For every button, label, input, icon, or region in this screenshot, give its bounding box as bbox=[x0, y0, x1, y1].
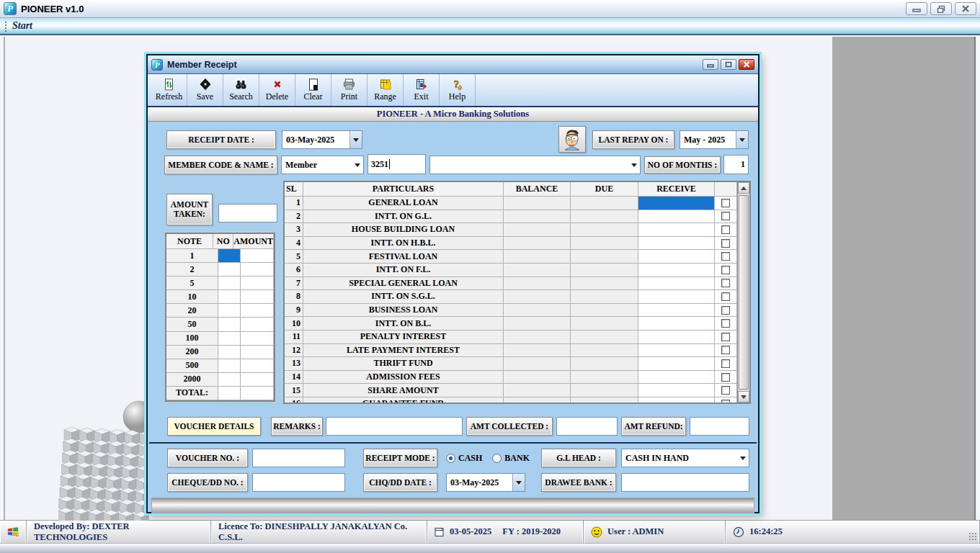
row-checkbox[interactable] bbox=[721, 359, 730, 368]
note-count-cell[interactable] bbox=[218, 276, 241, 290]
notes-row[interactable]: 500 bbox=[166, 359, 274, 373]
table-row[interactable]: 14ADMISSION FEES bbox=[285, 371, 737, 385]
member-name-dropdown-button[interactable] bbox=[628, 156, 640, 174]
dialog-close-button[interactable] bbox=[739, 59, 754, 70]
row-checkbox[interactable] bbox=[721, 292, 730, 301]
table-row[interactable]: 1GENERAL LOAN bbox=[285, 197, 737, 210]
chq-date-combo[interactable]: 03-May-2025 bbox=[446, 473, 525, 492]
resize-grip[interactable] bbox=[968, 532, 977, 541]
start-menu[interactable]: Start bbox=[12, 20, 32, 32]
note-amount-cell[interactable] bbox=[241, 346, 274, 359]
receive-cell[interactable] bbox=[638, 344, 715, 358]
row-checkbox[interactable] bbox=[721, 386, 730, 395]
note-count-cell[interactable] bbox=[218, 318, 241, 331]
member-type-dropdown-button[interactable] bbox=[351, 156, 363, 174]
table-row[interactable]: 10INTT. ON B.L. bbox=[285, 317, 737, 331]
amount-taken-input[interactable] bbox=[218, 204, 277, 222]
note-amount-cell[interactable] bbox=[241, 290, 274, 304]
note-count-cell[interactable] bbox=[218, 373, 241, 387]
minimize-button[interactable] bbox=[906, 2, 927, 15]
delete-button[interactable]: Delete bbox=[259, 74, 295, 106]
scroll-down-button[interactable] bbox=[738, 391, 749, 403]
row-checkbox[interactable] bbox=[721, 333, 730, 341]
receive-cell[interactable] bbox=[638, 210, 715, 224]
last-repay-dropdown-button[interactable] bbox=[736, 131, 748, 148]
table-row[interactable]: 5FESTIVAL LOAN bbox=[285, 250, 737, 264]
receive-cell[interactable] bbox=[638, 250, 715, 264]
exit-button[interactable]: Exit bbox=[404, 74, 440, 106]
notes-row[interactable]: 2 bbox=[166, 263, 274, 276]
note-count-cell[interactable] bbox=[218, 263, 241, 276]
note-amount-cell[interactable] bbox=[241, 318, 274, 331]
gl-head-dropdown-button[interactable] bbox=[736, 449, 749, 467]
note-amount-cell[interactable] bbox=[241, 332, 274, 346]
receipt-date-combo[interactable]: 03-May-2025 bbox=[282, 130, 362, 149]
receipt-date-dropdown-button[interactable] bbox=[349, 131, 362, 148]
receive-cell[interactable] bbox=[638, 384, 715, 397]
note-count-cell[interactable] bbox=[218, 359, 241, 373]
range-button[interactable]: Range bbox=[368, 74, 404, 106]
notes-row[interactable]: 1 bbox=[166, 249, 274, 263]
receive-cell[interactable] bbox=[638, 290, 715, 304]
notes-row[interactable]: TOTAL: bbox=[166, 387, 274, 400]
amt-refund-input[interactable] bbox=[690, 417, 749, 436]
notes-row[interactable]: 20 bbox=[166, 304, 274, 318]
bank-radio[interactable]: BANK bbox=[492, 453, 530, 464]
note-amount-cell[interactable] bbox=[241, 263, 274, 276]
table-row[interactable]: 2INTT. ON G.L. bbox=[285, 210, 737, 224]
row-checkbox[interactable] bbox=[721, 212, 730, 220]
row-checkbox[interactable] bbox=[721, 319, 730, 328]
save-button[interactable]: Save bbox=[187, 74, 223, 106]
table-row[interactable]: 3HOUSE BUILDING LOAN bbox=[285, 223, 737, 237]
note-amount-cell[interactable] bbox=[241, 359, 274, 373]
note-count-cell[interactable] bbox=[218, 346, 241, 359]
receive-cell[interactable] bbox=[638, 223, 715, 237]
note-amount-cell[interactable] bbox=[241, 387, 274, 400]
row-checkbox[interactable] bbox=[721, 373, 730, 382]
table-row[interactable]: 16GUARANTEE FUND bbox=[285, 397, 737, 403]
row-checkbox[interactable] bbox=[721, 252, 730, 261]
receive-cell[interactable] bbox=[638, 317, 715, 331]
note-amount-cell[interactable] bbox=[241, 276, 274, 290]
receive-cell-selected[interactable] bbox=[638, 197, 715, 210]
last-repay-combo[interactable]: May - 2025 bbox=[680, 130, 749, 149]
table-row[interactable]: 13THRIFT FUND bbox=[285, 357, 737, 371]
notes-row[interactable]: 5 bbox=[166, 276, 274, 290]
dialog-maximize-button[interactable] bbox=[721, 59, 736, 70]
receive-cell[interactable] bbox=[638, 331, 715, 344]
table-row[interactable]: 7SPECIAL GENERAL LOAN bbox=[285, 277, 737, 291]
table-row[interactable]: 11PENALTY INTEREST bbox=[285, 331, 737, 344]
note-count-cell[interactable] bbox=[218, 304, 241, 318]
row-checkbox[interactable] bbox=[721, 266, 730, 274]
member-code-input[interactable]: 3251 bbox=[368, 154, 426, 174]
scroll-up-button[interactable] bbox=[738, 182, 749, 194]
receive-cell[interactable] bbox=[638, 237, 715, 251]
note-amount-cell[interactable] bbox=[241, 249, 274, 263]
table-row[interactable]: 8INTT. ON S.G.L. bbox=[285, 290, 737, 304]
table-row[interactable]: 12LATE PAYMENT INTEREST bbox=[285, 344, 737, 358]
row-checkbox[interactable] bbox=[721, 199, 730, 207]
dialog-minimize-button[interactable] bbox=[703, 59, 718, 70]
member-type-combo[interactable]: Member bbox=[281, 156, 364, 174]
note-count-cell[interactable] bbox=[218, 387, 241, 400]
note-count-cell-selected[interactable] bbox=[218, 249, 241, 263]
no-of-months-input[interactable]: 1 bbox=[723, 155, 749, 174]
note-count-cell[interactable] bbox=[218, 332, 241, 346]
receive-cell[interactable] bbox=[638, 371, 715, 385]
row-checkbox[interactable] bbox=[721, 279, 730, 287]
remarks-input[interactable] bbox=[326, 417, 463, 436]
cash-radio[interactable]: CASH bbox=[446, 453, 482, 464]
note-count-cell[interactable] bbox=[218, 290, 241, 304]
search-button[interactable]: Search bbox=[223, 74, 259, 106]
receive-cell[interactable] bbox=[638, 264, 715, 277]
help-button[interactable]: ?Help bbox=[440, 74, 476, 106]
table-row[interactable]: 4INTT. ON H.B.L. bbox=[285, 237, 737, 251]
close-button[interactable] bbox=[955, 2, 976, 15]
drawee-bank-input[interactable] bbox=[621, 473, 749, 492]
print-button[interactable]: Print bbox=[331, 74, 368, 106]
table-row[interactable]: 9BUSINESS LOAN bbox=[285, 304, 737, 318]
clear-button[interactable]: Clear bbox=[295, 74, 331, 106]
member-name-combo[interactable] bbox=[429, 156, 641, 174]
receive-cell[interactable] bbox=[638, 357, 715, 371]
notes-row[interactable]: 100 bbox=[166, 332, 274, 346]
